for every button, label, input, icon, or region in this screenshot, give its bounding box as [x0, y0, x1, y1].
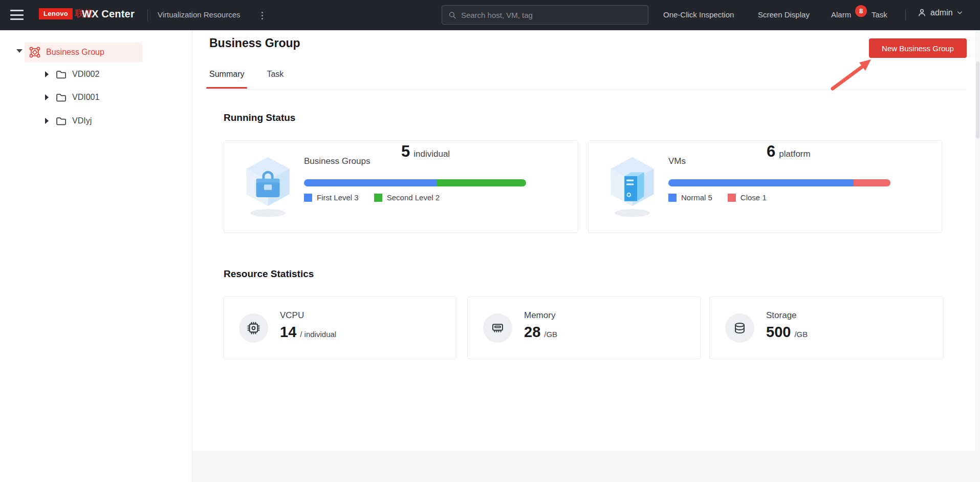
- topbar-divider: [147, 9, 148, 21]
- cpu-chip-icon: [247, 321, 260, 335]
- search-input[interactable]: [461, 11, 642, 19]
- page-title: Business Group: [209, 36, 300, 50]
- stat-label: VCPU: [280, 310, 304, 321]
- main-content: Business Group New Business Group Summar…: [192, 30, 980, 451]
- sidebar-item-label: Business Group: [46, 48, 104, 57]
- stat-value: 14 / individual: [280, 324, 336, 341]
- sidebar-item-vdi002[interactable]: VDI002: [45, 67, 99, 81]
- sidebar-item-business-group[interactable]: Business Group: [25, 43, 142, 62]
- legend-label: Close 1: [741, 193, 767, 202]
- legend-swatch: [304, 194, 312, 202]
- legend: Normal 5 Close 1: [668, 193, 767, 202]
- bar-segment-normal: [668, 179, 854, 186]
- tab-bar-divider: [209, 90, 966, 90]
- search-icon: [448, 11, 456, 19]
- user-menu[interactable]: admin: [917, 8, 963, 17]
- app-title: WX Center: [82, 8, 135, 20]
- top-bar: Lenovo 联想 WX Center Virtualization Resou…: [0, 0, 980, 30]
- stat-label: Storage: [766, 310, 797, 321]
- cube-briefcase-icon: [238, 153, 297, 220]
- global-search[interactable]: [442, 5, 648, 25]
- hamburger-menu-icon[interactable]: [10, 10, 24, 20]
- legend-item: Second Level 2: [374, 193, 440, 202]
- vcpu-stat-card: VCPU 14 / individual: [223, 297, 456, 359]
- nav-alarm[interactable]: Alarm: [831, 10, 851, 19]
- storage-disks-icon: [733, 321, 747, 335]
- card-value-unit: platform: [779, 149, 810, 159]
- nav-screen-display[interactable]: Screen Display: [758, 10, 810, 19]
- memory-stat-card: Memory 28 /GB: [467, 297, 701, 359]
- memory-chip-icon: [491, 321, 505, 335]
- more-menu-icon[interactable]: [257, 9, 267, 22]
- card-value-number: 6: [767, 142, 775, 161]
- stat-value: 500 /GB: [766, 324, 808, 341]
- legend: First Level 3 Second Level 2: [304, 193, 440, 202]
- stat-value-number: 14: [280, 324, 296, 341]
- legend-label: Normal 5: [681, 193, 712, 202]
- username: admin: [930, 8, 953, 17]
- scrollbar[interactable]: [975, 30, 980, 482]
- stat-label: Memory: [524, 310, 555, 321]
- group-selection-icon: [28, 46, 41, 59]
- sidebar-item-vdi001[interactable]: VDI001: [45, 90, 99, 104]
- legend-label: Second Level 2: [387, 193, 440, 202]
- tree-collapse-caret[interactable]: [45, 71, 49, 77]
- card-label: Business Groups: [304, 156, 370, 166]
- annotation-arrow: [192, 30, 980, 451]
- bar-segment-first-level: [304, 179, 437, 186]
- running-status-heading: Running Status: [224, 112, 295, 123]
- sidebar-item-vdiyj[interactable]: VDIyj: [45, 114, 92, 128]
- stat-value-number: 28: [524, 324, 540, 341]
- sidebar-item-label: VDIyj: [72, 116, 92, 125]
- business-groups-status-card: Business Groups 5 individual First Level…: [224, 140, 578, 233]
- cube-server-icon: [603, 153, 662, 220]
- legend-item: First Level 3: [304, 193, 359, 202]
- legend-swatch: [668, 194, 677, 202]
- card-value: 5 individual: [401, 142, 450, 161]
- legend-swatch: [728, 194, 736, 202]
- sidebar-tree: Business Group VDI002 VDI001 VDIyj: [0, 30, 192, 482]
- nav-task[interactable]: Task: [872, 10, 887, 19]
- legend-label: First Level 3: [317, 193, 359, 202]
- stat-value-unit: /GB: [794, 330, 808, 339]
- folder-icon: [55, 115, 67, 127]
- sidebar-item-label: VDI001: [72, 93, 99, 102]
- storage-stat-card: Storage 500 /GB: [709, 297, 944, 359]
- resource-statistics-heading: Resource Statistics: [224, 268, 314, 280]
- vms-status-card: VMs 6 platform Normal 5 Close 1: [588, 140, 942, 233]
- stat-value-unit: /GB: [544, 330, 557, 339]
- card-value-number: 5: [401, 142, 410, 161]
- legend-item: Close 1: [728, 193, 767, 202]
- lenovo-logo-text: Lenovo: [39, 8, 73, 19]
- tree-collapse-caret[interactable]: [45, 94, 49, 100]
- scrollbar-thumb[interactable]: [976, 61, 979, 138]
- stat-value-number: 500: [766, 324, 791, 341]
- stat-value: 28 /GB: [524, 324, 557, 341]
- card-value: 6 platform: [767, 142, 811, 161]
- legend-item: Normal 5: [668, 193, 712, 202]
- tree-collapse-caret[interactable]: [45, 118, 49, 124]
- stat-icon-circle: [483, 313, 512, 343]
- bar-segment-close: [854, 179, 890, 186]
- stat-icon-circle: [239, 313, 268, 343]
- tree-expand-caret[interactable]: [16, 49, 23, 53]
- vms-state-bar: [668, 179, 890, 186]
- chevron-down-icon: [956, 9, 963, 16]
- folder-icon: [55, 92, 67, 103]
- stat-value-unit: / individual: [300, 330, 336, 339]
- folder-icon: [55, 69, 67, 80]
- sidebar-item-label: VDI002: [72, 70, 99, 79]
- alarm-count-badge: 8: [854, 4, 868, 18]
- card-label: VMs: [668, 156, 686, 166]
- legend-swatch: [374, 194, 382, 202]
- card-value-unit: individual: [413, 149, 450, 159]
- business-groups-level-bar: [304, 179, 526, 186]
- stat-icon-circle: [725, 313, 754, 343]
- topbar-divider: [905, 10, 906, 20]
- nav-one-click-inspection[interactable]: One-Click Inspection: [663, 10, 734, 19]
- user-icon: [917, 8, 927, 17]
- bar-segment-second-level: [437, 179, 526, 186]
- nav-virtualization-resources[interactable]: Virtualization Resources: [158, 10, 240, 19]
- new-business-group-button[interactable]: New Business Group: [869, 38, 967, 58]
